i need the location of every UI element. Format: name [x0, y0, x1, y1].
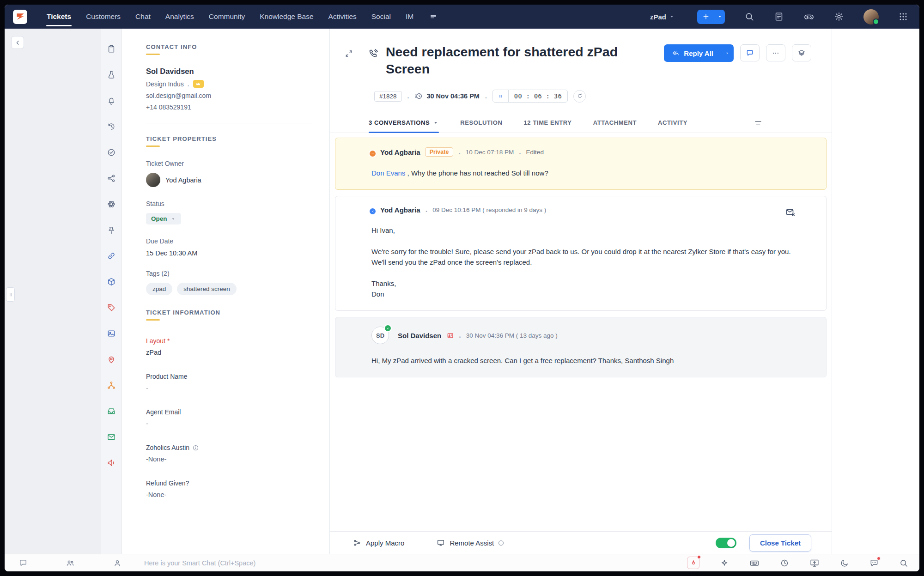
user-avatar[interactable]: [863, 9, 879, 24]
recent-activity-clock-icon[interactable]: [780, 558, 789, 568]
hierarchy-icon[interactable]: [107, 381, 116, 390]
split-view-button[interactable]: [792, 44, 811, 61]
nav-customers[interactable]: Customers: [79, 5, 128, 29]
mention-link[interactable]: Don Evans: [371, 169, 405, 177]
history-icon[interactable]: [107, 122, 116, 131]
tab-time-entry[interactable]: 12 TIME ENTRY: [524, 113, 572, 133]
check-circle-icon[interactable]: [107, 148, 116, 157]
email-status-icon[interactable]: [785, 207, 796, 218]
nav-community[interactable]: Community: [201, 5, 252, 29]
image-icon[interactable]: [107, 329, 116, 338]
more-actions-button[interactable]: [766, 44, 785, 61]
nav-knowledge-base[interactable]: Knowledge Base: [252, 5, 321, 29]
conversation-private-note[interactable]: Yod Agbaria Private . 10 Dec 07:18 PM . …: [335, 138, 827, 190]
nav-im[interactable]: IM: [398, 5, 421, 29]
bell-icon[interactable]: [107, 96, 116, 105]
nav-chat[interactable]: Chat: [128, 5, 158, 29]
tag-icon[interactable]: [107, 303, 116, 312]
user-icon[interactable]: [113, 558, 122, 568]
global-search-icon[interactable]: [899, 558, 908, 568]
collapse-panel-button[interactable]: [11, 36, 24, 49]
search-icon[interactable]: [744, 12, 754, 22]
add-dropdown-button[interactable]: [714, 10, 725, 24]
happiness-rating-toggle[interactable]: [716, 538, 736, 548]
status-dropdown[interactable]: Open: [146, 213, 181, 224]
refresh-timer-button[interactable]: [573, 90, 586, 103]
field-value[interactable]: -None-: [146, 491, 311, 498]
info-icon[interactable]: [498, 540, 505, 546]
conversation-header: Yod Agbaria . 09 Dec 10:16 PM ( responde…: [371, 206, 806, 214]
users-icon[interactable]: [66, 558, 75, 568]
inbox-icon[interactable]: [107, 406, 116, 416]
due-date-value[interactable]: 15 Dec 10:30 AM: [146, 249, 311, 257]
gamescope-flame-icon[interactable]: [687, 557, 699, 569]
nav-tickets[interactable]: Tickets: [39, 5, 79, 29]
info-icon[interactable]: [192, 444, 199, 451]
night-mode-moon-icon[interactable]: [840, 558, 849, 568]
zia-sparkle-icon[interactable]: [720, 558, 729, 568]
reply-dropdown-button[interactable]: [721, 44, 734, 62]
atom-icon[interactable]: [107, 200, 116, 209]
contact-account-row: Design Indus .: [146, 80, 311, 88]
ticket-footer-toolbar: Apply Macro Remote Assist Close Ticket: [330, 531, 832, 554]
comment-icon: [746, 49, 754, 57]
ticket-owner-field[interactable]: Yod Agbaria: [146, 173, 311, 187]
reply-all-button[interactable]: Reply All: [664, 44, 721, 62]
pause-timer-button[interactable]: [493, 90, 509, 102]
nav-activities[interactable]: Activities: [321, 5, 364, 29]
account-name[interactable]: Design Indus: [146, 80, 184, 88]
close-ticket-button[interactable]: Close Ticket: [749, 534, 811, 552]
chevron-down-icon: [717, 14, 723, 19]
created-time-text: 30 Nov 04:36 PM: [426, 92, 479, 100]
field-value[interactable]: -None-: [146, 455, 311, 463]
field-value[interactable]: zPad: [146, 349, 311, 356]
section-accent-bar: [146, 146, 160, 147]
nav-social[interactable]: Social: [364, 5, 398, 29]
megaphone-icon[interactable]: [107, 458, 116, 467]
link-icon[interactable]: [107, 251, 116, 261]
tab-conversations[interactable]: 3 CONVERSATIONS: [369, 113, 439, 133]
pin-icon[interactable]: [107, 225, 116, 235]
tab-resolution[interactable]: RESOLUTION: [460, 113, 502, 133]
field-value[interactable]: -: [146, 384, 311, 392]
conversation-customer-message[interactable]: SD Sol Davidsen . 30 Nov 04:36 PM ( 13 d…: [335, 317, 827, 377]
remote-assist-button[interactable]: Remote Assist: [434, 538, 507, 547]
keyboard-shortcuts-icon[interactable]: [749, 558, 760, 568]
cube-icon[interactable]: [107, 277, 116, 286]
clipboard-icon[interactable]: [107, 44, 116, 54]
tag-chip[interactable]: zpad: [146, 283, 172, 295]
comment-button[interactable]: [740, 44, 760, 61]
tab-activity[interactable]: ACTIVITY: [658, 113, 687, 133]
more-menu-icon[interactable]: [429, 12, 438, 21]
field-value[interactable]: -: [146, 420, 311, 427]
ticket-meta-row: #1828 . 30 Nov 04:36 PM . 00 : 06 : 36: [374, 90, 832, 103]
nav-analytics[interactable]: Analytics: [158, 5, 201, 29]
divider: [146, 123, 311, 123]
mail-icon[interactable]: [107, 432, 116, 442]
add-button[interactable]: [697, 10, 714, 24]
tag-chip[interactable]: shattered screen: [177, 283, 237, 295]
zoho-desk-logo-icon[interactable]: [13, 10, 27, 24]
contact-card-icon[interactable]: [447, 332, 454, 339]
panel-drag-handle[interactable]: [6, 287, 15, 302]
gear-icon[interactable]: [834, 12, 844, 22]
contact-email[interactable]: sol.design@gmail.com: [146, 92, 311, 99]
flask-icon[interactable]: [107, 70, 116, 79]
collapse-view-icon[interactable]: [345, 49, 353, 58]
game-controller-icon[interactable]: [803, 11, 815, 22]
feedback-icon[interactable]: [774, 12, 784, 22]
apps-grid-icon[interactable]: [898, 12, 908, 22]
contact-phone[interactable]: +14 083529191: [146, 103, 311, 111]
screen-share-icon[interactable]: [809, 558, 820, 568]
share-icon[interactable]: [107, 174, 116, 183]
smart-chat-input[interactable]: [143, 559, 669, 567]
map-pin-icon[interactable]: [107, 355, 116, 364]
department-selector[interactable]: zPad: [647, 12, 678, 21]
reply-line: Hi Ivan,: [371, 225, 806, 236]
contact-name[interactable]: Sol Davidsen: [146, 67, 311, 76]
apply-macro-button[interactable]: Apply Macro: [350, 538, 407, 547]
conversation-sort-icon[interactable]: [754, 119, 762, 127]
tab-attachment[interactable]: ATTACHMENT: [593, 113, 637, 133]
chat-bubble-icon[interactable]: [18, 558, 28, 568]
conversation-agent-reply[interactable]: Yod Agbaria . 09 Dec 10:16 PM ( responde…: [335, 196, 827, 311]
